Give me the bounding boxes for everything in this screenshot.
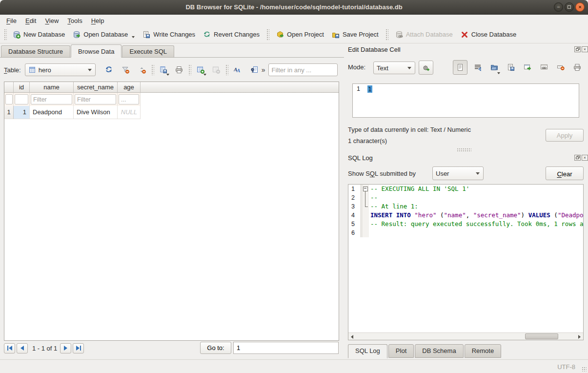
cell-name[interactable]: Deadpond (30, 106, 74, 119)
save-project-button[interactable]: Save Project (328, 28, 383, 41)
close-button[interactable]: × (575, 2, 585, 12)
wrap-lines-button[interactable] (471, 60, 484, 75)
any-column-filter-input[interactable] (268, 63, 338, 76)
menu-item-help[interactable]: Help (87, 16, 109, 25)
edit-display-format-button[interactable]: AA (231, 63, 244, 76)
goto-button[interactable]: Go to: (200, 342, 231, 354)
sql-log-editor[interactable]: 1-- EXECUTING ALL IN 'SQL 1'2--3-- At li… (348, 184, 584, 340)
sql-log-close-button[interactable]: × (582, 155, 588, 161)
text-view-toggle-button[interactable] (453, 60, 467, 75)
mode-label: Mode: (348, 63, 365, 71)
dock-tab-sql-log[interactable]: SQL Log (348, 344, 387, 358)
toolbar-overflow-chevron[interactable]: » (262, 66, 265, 74)
filter-input-secret-name[interactable] (75, 94, 116, 104)
new-database-button[interactable]: New Database (9, 28, 69, 41)
tab-database-structure[interactable]: Database Structure (1, 45, 70, 57)
save-table-menu-caret[interactable] (166, 74, 169, 76)
maximize-button[interactable] (565, 2, 574, 12)
dock-tab-plot[interactable]: Plot (388, 344, 414, 358)
dock-tab-db-schema[interactable]: DB Schema (415, 344, 463, 358)
column-header-secret-name[interactable]: secret_name (74, 82, 118, 93)
export-data-button[interactable] (505, 60, 517, 75)
set-null-button[interactable] (554, 60, 567, 75)
menu-item-file[interactable]: File (2, 16, 21, 25)
filter-input-age[interactable] (119, 94, 139, 104)
menu-item-tools[interactable]: Tools (63, 16, 86, 25)
cell-secret-name[interactable]: Dive Wilson (74, 106, 118, 119)
menu-item-view[interactable]: View (41, 16, 63, 25)
apply-button[interactable]: Apply (546, 129, 584, 142)
insert-record-button[interactable] (194, 63, 207, 76)
revert-changes-button[interactable]: Revert Changes (199, 28, 264, 41)
sql-log-filter-select[interactable]: User (432, 166, 484, 180)
dock-splitter-handle[interactable] (457, 148, 471, 151)
write-changes-button[interactable]: Write Changes (139, 28, 199, 41)
cell-size-label: 1 character(s) (348, 137, 387, 145)
print-cell-button[interactable] (571, 60, 584, 75)
insert-record-menu-caret[interactable] (203, 74, 206, 76)
row-number[interactable]: 1 (4, 106, 14, 119)
previous-record-button[interactable] (17, 343, 28, 353)
mode-settings-button[interactable] (419, 61, 433, 75)
filter-input-id[interactable] (15, 94, 28, 104)
menu-item-edit[interactable]: Edit (21, 16, 41, 25)
column-header-age[interactable]: age (118, 82, 141, 93)
cell-editor-toolbar (453, 60, 584, 75)
record-position-label: 1 - 1 of 1 (32, 345, 57, 352)
print-table-button[interactable] (173, 63, 185, 76)
dock-tab-remote[interactable]: Remote (465, 344, 502, 358)
first-record-button[interactable] (4, 343, 15, 353)
open-database-button[interactable]: Open Database (69, 28, 139, 41)
external-window-icon (524, 63, 531, 71)
table-selector[interactable]: hero (25, 63, 96, 76)
tab-browse-data[interactable]: Browse Data (71, 44, 122, 58)
column-header-id[interactable]: id (14, 82, 30, 93)
delete-record-icon (212, 66, 220, 74)
sql-log-float-button[interactable] (574, 155, 581, 161)
cell-value-editor[interactable]: 1 1 (352, 83, 579, 118)
set-as-link-button[interactable] (538, 60, 550, 75)
toolbar-separator (151, 64, 154, 75)
tab-execute-sql[interactable]: Execute SQL (122, 45, 174, 57)
resize-grip[interactable] (582, 367, 587, 372)
import-data-button[interactable] (488, 60, 501, 75)
clear-log-button[interactable]: Clear (546, 166, 584, 180)
filter-input-name[interactable] (31, 94, 72, 104)
clear-sorting-button[interactable] (136, 63, 148, 76)
goto-cell-button[interactable] (248, 63, 261, 76)
data-grid: id name secret_name age 1 1 Deadpond Div… (4, 82, 339, 341)
close-database-button[interactable]: Close Database (457, 28, 521, 41)
titlebar[interactable]: DB Browser for SQLite - /home/user/code/… (0, 0, 588, 15)
next-record-button[interactable] (60, 343, 71, 353)
clear-sort-icon (138, 66, 146, 74)
edit-cell-float-button[interactable] (574, 46, 581, 52)
cell-age[interactable]: NULL (118, 106, 141, 119)
scrollbar-thumb[interactable] (525, 333, 558, 339)
svg-text:A: A (236, 67, 240, 73)
minimize-button[interactable]: − (554, 2, 563, 12)
open-external-button[interactable] (521, 60, 534, 75)
horizontal-scrollbar[interactable] (348, 332, 583, 340)
mode-select[interactable]: Text (373, 62, 415, 74)
scroll-right-button[interactable] (576, 333, 583, 340)
column-header-name[interactable]: name (30, 82, 74, 93)
save-table-button[interactable] (157, 63, 170, 76)
cell-id[interactable]: 1 (14, 106, 30, 119)
open-project-button[interactable]: Open Project (272, 28, 328, 41)
toolbar-separator (225, 64, 228, 75)
sql-log-line: 6 (348, 228, 583, 237)
grid-corner-header[interactable] (4, 82, 14, 93)
last-record-button[interactable] (73, 343, 84, 353)
refresh-button[interactable] (102, 63, 115, 76)
edit-cell-close-button[interactable]: × (582, 46, 588, 52)
gear-icon (422, 64, 430, 72)
sql-log-filter-label: Show SQL submitted by (348, 170, 416, 177)
clear-filters-button[interactable] (119, 63, 132, 76)
toolbar-handle[interactable] (4, 29, 7, 41)
goto-input[interactable] (233, 342, 339, 354)
open-database-menu-caret[interactable] (132, 36, 135, 38)
scroll-left-button[interactable] (349, 333, 355, 340)
import-menu-caret[interactable] (497, 72, 500, 74)
scroll-right-icon (578, 335, 581, 339)
filter-input-rownum[interactable] (5, 94, 13, 104)
